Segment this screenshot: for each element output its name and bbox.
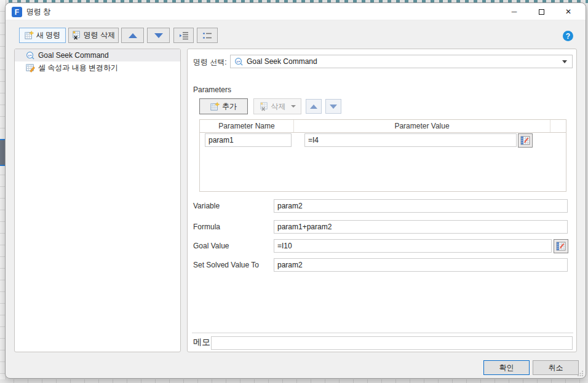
- close-icon: ✕: [565, 7, 571, 16]
- command-detail-panel: 명령 선택: x= Goal Seek Command Parameters 추…: [187, 49, 577, 352]
- column-header-spacer: [550, 120, 566, 132]
- move-up-button[interactable]: [121, 28, 144, 43]
- app-logo-icon: F: [12, 7, 22, 17]
- command-select-dropdown[interactable]: x= Goal Seek Command: [230, 55, 573, 68]
- memo-label: 메모: [193, 337, 210, 348]
- window-controls: ─ ✕: [501, 3, 582, 20]
- grid-new-icon: [25, 31, 34, 40]
- up-arrow-icon: [310, 105, 317, 109]
- tree-item-goal-seek-command[interactable]: x= Goal Seek Command: [15, 49, 180, 61]
- column-header-parameter-name: Parameter Name: [200, 120, 294, 132]
- tree-item-label: 셀 속성과 내용 변경하기: [38, 63, 118, 73]
- command-list-panel: x= Goal Seek Command 셀 속성과 내용 변경하기: [14, 49, 181, 352]
- cell-picker-icon: [556, 242, 566, 251]
- chevron-down-icon: [291, 105, 296, 108]
- grid-new-icon: [210, 102, 220, 111]
- variable-input[interactable]: [274, 199, 568, 213]
- tree-item-cell-properties[interactable]: 셀 속성과 내용 변경하기: [15, 61, 180, 74]
- cell-picker-icon: [520, 136, 530, 145]
- ok-label: 확인: [499, 363, 514, 373]
- delete-command-label: 명령 삭제: [84, 30, 115, 41]
- grid-delete-icon: [260, 102, 269, 111]
- memo-input[interactable]: [211, 336, 573, 350]
- parameters-table: Parameter Name Parameter Value: [199, 119, 566, 192]
- set-solved-value-input[interactable]: [274, 258, 568, 272]
- indent-icon: [179, 31, 189, 40]
- ok-button[interactable]: 확인: [483, 360, 530, 375]
- parameters-table-header: Parameter Name Parameter Value: [200, 120, 566, 133]
- parameter-delete-label: 삭제: [271, 101, 286, 112]
- goal-value-input[interactable]: [274, 239, 552, 253]
- resize-grip[interactable]: [577, 370, 584, 377]
- parameter-move-up-button[interactable]: [306, 99, 322, 114]
- cell-picker-button[interactable]: [518, 133, 533, 148]
- cell-picker-button[interactable]: [554, 239, 568, 253]
- maximize-button[interactable]: [528, 3, 555, 20]
- goal-seek-icon: x=: [26, 51, 35, 60]
- grid-delete-icon: [72, 31, 81, 40]
- goal-value-label: Goal Value: [193, 239, 229, 253]
- help-button[interactable]: ?: [563, 31, 573, 41]
- down-arrow-icon: [330, 105, 337, 109]
- variable-label: Variable: [193, 199, 220, 213]
- parameter-delete-button[interactable]: 삭제: [253, 98, 301, 114]
- parameter-add-button[interactable]: 추가: [199, 98, 248, 114]
- minimize-button[interactable]: ─: [501, 3, 528, 20]
- tree-item-label: Goal Seek Command: [38, 51, 109, 60]
- memo-separator: [192, 333, 573, 333]
- command-window-dialog: F 명령 창 ─ ✕ 새 명령 명령 삭제 ?: [5, 2, 586, 379]
- minimize-icon: ─: [512, 7, 517, 16]
- delete-command-button[interactable]: 명령 삭제: [68, 28, 119, 43]
- title-bar: F 명령 창 ─ ✕: [6, 3, 586, 20]
- parameter-value-input[interactable]: [304, 133, 517, 147]
- cancel-label: 취소: [549, 363, 563, 373]
- goal-seek-icon: x=: [234, 57, 244, 66]
- formula-input[interactable]: [274, 220, 568, 234]
- up-arrow-icon: [129, 33, 137, 38]
- formula-label: Formula: [193, 220, 220, 234]
- cell-edit-icon: [26, 63, 35, 73]
- cancel-button[interactable]: 취소: [533, 360, 579, 375]
- parameter-add-label: 추가: [222, 101, 237, 112]
- background-app-bottom-strip: [0, 379, 588, 383]
- parameter-name-input[interactable]: [205, 133, 292, 147]
- new-command-label: 새 명령: [36, 30, 60, 41]
- command-select-label: 명령 선택:: [193, 57, 227, 68]
- close-button[interactable]: ✕: [555, 3, 582, 20]
- move-down-button[interactable]: [147, 28, 170, 43]
- parameters-section-label: Parameters: [193, 85, 231, 94]
- down-arrow-icon: [154, 33, 163, 38]
- list-button[interactable]: [197, 28, 218, 43]
- set-solved-value-label: Set Solved Value To: [193, 258, 259, 272]
- svg-text:x=: x=: [28, 52, 32, 57]
- indent-button[interactable]: [173, 28, 194, 43]
- parameter-move-down-button[interactable]: [325, 99, 341, 114]
- chevron-down-icon: [562, 60, 567, 63]
- maximize-icon: [539, 9, 544, 15]
- command-select-value: Goal Seek Command: [247, 57, 317, 66]
- svg-text:x=: x=: [236, 58, 240, 63]
- help-icon: ?: [566, 32, 570, 41]
- window-title: 명령 창: [26, 3, 50, 20]
- column-header-parameter-value: Parameter Value: [294, 120, 550, 132]
- new-command-button[interactable]: 새 명령: [19, 28, 66, 43]
- list-icon: [202, 32, 212, 39]
